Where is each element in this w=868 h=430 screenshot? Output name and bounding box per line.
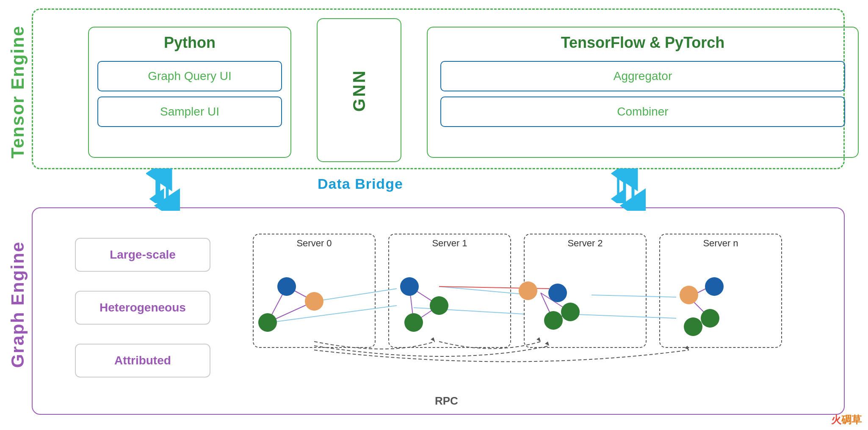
svg-line-14 xyxy=(566,314,676,318)
svg-point-33 xyxy=(400,277,419,296)
svg-point-40 xyxy=(680,286,698,304)
svg-point-38 xyxy=(561,303,580,321)
tensorflow-section: TensorFlow & PyTorch Aggregator Combiner xyxy=(427,27,859,158)
aggregator-box: Aggregator xyxy=(440,61,845,91)
servers-area: Server 0 Server 1 Server 2 Server n xyxy=(244,221,824,365)
svg-point-31 xyxy=(305,292,323,311)
rpc-label: RPC xyxy=(435,394,458,408)
data-bridge-arrow-left xyxy=(146,168,180,211)
tensorflow-title: TensorFlow & PyTorch xyxy=(428,28,858,56)
svg-line-8 xyxy=(314,289,397,301)
feature-attributed: Attributed xyxy=(75,344,210,378)
graph-query-ui-box: Graph Query UI xyxy=(97,61,282,91)
svg-marker-27 xyxy=(545,342,549,346)
python-title: Python xyxy=(89,28,290,56)
tensor-engine-label: Tensor Engine xyxy=(8,25,28,159)
data-bridge-arrow-right xyxy=(612,168,646,211)
main-container: Tensor Engine Graph Engine Python Graph … xyxy=(0,0,868,430)
svg-point-37 xyxy=(548,284,567,302)
watermark: 火碉草 xyxy=(831,413,862,427)
tensor-engine-box: Python Graph Query UI Sampler UI GNN Ten… xyxy=(32,8,845,169)
svg-point-35 xyxy=(404,313,423,332)
feature-large-scale: Large-scale xyxy=(75,238,210,272)
svg-marker-28 xyxy=(685,346,689,350)
svg-point-41 xyxy=(705,277,724,296)
graph-engine-box: Large-scale Heterogeneous Attributed Ser… xyxy=(32,207,845,415)
combiner-box: Combiner xyxy=(440,96,845,127)
python-section: Python Graph Query UI Sampler UI xyxy=(88,27,291,158)
watermark-fire: 火 xyxy=(831,414,841,425)
svg-line-13 xyxy=(592,295,676,297)
svg-point-30 xyxy=(277,277,296,296)
data-bridge-label: Data Bridge xyxy=(318,176,403,192)
svg-line-9 xyxy=(270,306,397,322)
svg-point-32 xyxy=(258,313,277,332)
svg-point-34 xyxy=(430,296,448,315)
svg-point-39 xyxy=(544,311,563,330)
svg-point-36 xyxy=(519,281,537,300)
svg-marker-26 xyxy=(431,337,435,342)
gnn-section: GNN xyxy=(317,18,401,162)
svg-point-43 xyxy=(684,317,702,336)
network-graph-svg xyxy=(244,221,824,365)
feature-heterogeneous: Heterogeneous xyxy=(75,291,210,325)
svg-point-42 xyxy=(701,309,719,328)
gnn-label: GNN xyxy=(350,69,369,112)
sampler-ui-box: Sampler UI xyxy=(97,96,282,127)
graph-engine-label: Graph Engine xyxy=(8,241,28,368)
svg-line-11 xyxy=(414,308,524,314)
watermark-rest: 碉草 xyxy=(841,414,862,425)
svg-marker-29 xyxy=(536,337,541,342)
